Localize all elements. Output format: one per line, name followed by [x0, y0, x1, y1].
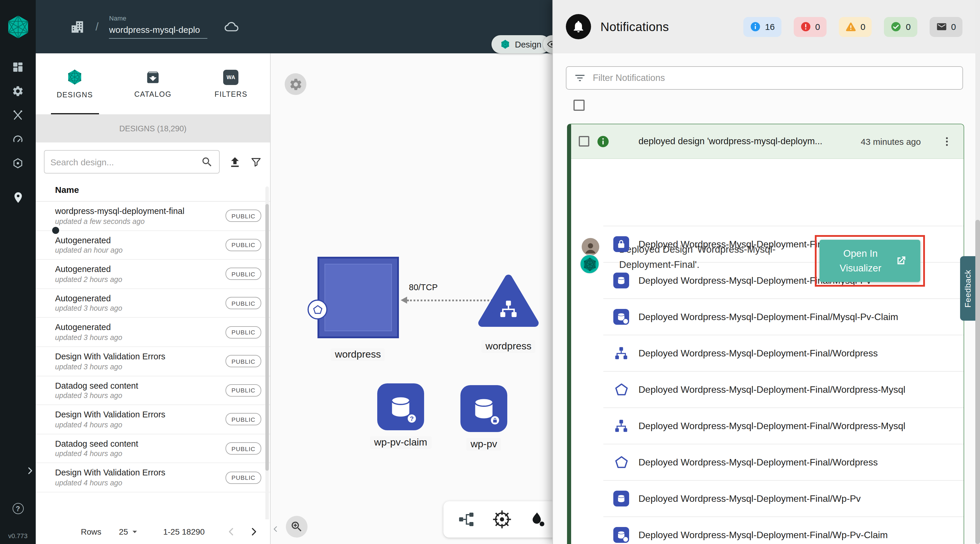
service-tree-icon — [614, 346, 628, 361]
catalog-archive-icon — [145, 69, 161, 85]
design-list-item[interactable]: Autogenerated updated 2 hours ago PUBLIC — [36, 260, 270, 289]
nav-dashboard[interactable] — [9, 60, 27, 74]
organization-icon[interactable] — [70, 19, 85, 34]
read-count-badge[interactable]: 0 — [929, 17, 963, 37]
error-count-badge[interactable]: 0 — [794, 17, 827, 37]
tab-filters[interactable]: FILTERS — [192, 53, 270, 114]
previous-page-button[interactable] — [226, 526, 237, 538]
canvas-settings-button[interactable] — [285, 73, 306, 95]
notification-card: deployed design 'wordpress-mysql-deploym… — [567, 124, 964, 544]
next-page-button[interactable] — [248, 526, 260, 538]
visibility-badge: PUBLIC — [226, 268, 261, 280]
node-wp-pv[interactable] — [460, 385, 507, 432]
visibility-badge: PUBLIC — [226, 239, 261, 251]
user-avatar — [582, 238, 599, 255]
notification-checkbox[interactable] — [579, 136, 589, 147]
info-count-badge[interactable]: 16 — [743, 17, 781, 37]
notifications-title: Notifications — [600, 20, 669, 34]
open-in-visualizer-label: Open In Visualizer — [833, 247, 888, 276]
kubernetes-wheel-icon[interactable] — [492, 509, 512, 530]
notification-detail-text: Deployed Wordpress-Mysql-Deployment-Fina… — [638, 493, 861, 504]
meshery-avatar — [580, 254, 599, 274]
database-icon — [616, 494, 626, 504]
dock-more-icon[interactable] — [529, 510, 547, 528]
open-in-visualizer-button[interactable]: Open In Visualizer — [819, 240, 920, 282]
kebab-menu-icon[interactable] — [941, 135, 953, 147]
design-list-item[interactable]: Datadog seed content updated 4 hours ago… — [36, 434, 270, 463]
design-list-item[interactable]: Autogenerated updated 3 hours ago PUBLIC — [36, 289, 270, 318]
select-all-checkbox[interactable] — [573, 100, 585, 111]
info-icon — [750, 21, 761, 32]
nav-lifecycle[interactable] — [9, 84, 27, 98]
feedback-tab[interactable]: Feedback — [960, 256, 975, 321]
pagination-range: 1-25 18290 — [163, 527, 205, 536]
flow-graph-icon[interactable] — [458, 510, 475, 528]
edge-arrowhead — [401, 297, 407, 304]
notification-detail-text: Deployed Wordpress-Mysql-Deployment-Fina… — [638, 311, 898, 322]
owner-avatar — [51, 226, 60, 234]
gear-icon — [12, 85, 24, 97]
persistent-volume-icon — [613, 273, 629, 289]
design-search-box — [44, 150, 220, 174]
nav-configuration[interactable] — [9, 108, 27, 122]
chevron-right-icon — [25, 466, 35, 476]
upload-design-icon[interactable] — [228, 155, 241, 169]
lock-icon — [492, 417, 498, 423]
meshery-logo[interactable] — [0, 0, 36, 53]
designs-toolbar — [44, 150, 262, 174]
filter-designs-icon[interactable] — [250, 156, 262, 168]
notification-card-header[interactable]: deployed design 'wordpress-mysql-deploym… — [571, 124, 964, 159]
design-list-item[interactable]: wordpress-mysql-deployment-final updated… — [36, 202, 270, 231]
design-list-item[interactable]: Design With Validation Errors updated 4 … — [36, 463, 270, 492]
success-count-badge[interactable]: 0 — [884, 17, 917, 37]
designs-pagination: Rows 25 1-25 18290 — [36, 519, 270, 544]
pentagon-icon — [613, 454, 629, 470]
deployment-pentagon-badge[interactable] — [307, 300, 328, 319]
designs-column-header: Name — [36, 185, 270, 202]
nav-performance[interactable] — [9, 132, 27, 146]
cloud-save-icon[interactable] — [224, 19, 239, 34]
help-button[interactable] — [12, 503, 24, 514]
node-label: wp-pv — [466, 438, 501, 451]
notification-detail-text: Deployed Wordpress-Mysql-Deployment-Fina… — [638, 457, 878, 467]
service-icon — [498, 299, 519, 319]
visibility-badge: PUBLIC — [226, 210, 261, 222]
visibility-badge: PUBLIC — [226, 326, 261, 338]
designs-scrollbar-thumb[interactable] — [266, 204, 269, 471]
notification-detail-text: Deployed Wordpress-Mysql-Deployment-Fina… — [638, 384, 905, 395]
annotation-highlight: Open In Visualizer — [815, 235, 925, 287]
expand-sidebar-button[interactable] — [25, 466, 35, 476]
zoom-in-button[interactable] — [286, 516, 307, 538]
node-label: wordpress — [331, 348, 385, 361]
external-link-icon — [895, 255, 907, 267]
node-wordpress-deployment[interactable] — [318, 257, 399, 338]
design-list-item[interactable]: Datadog seed content updated 3 hours ago… — [36, 376, 270, 405]
nav-extensions[interactable] — [9, 156, 27, 170]
wasm-filters-icon — [223, 69, 239, 85]
filter-list-icon — [573, 72, 586, 85]
design-name-input[interactable] — [109, 24, 208, 39]
warning-count-badge[interactable]: 0 — [839, 17, 872, 37]
design-mode-toggle[interactable]: Design — [492, 35, 550, 53]
collapse-panel-handle[interactable] — [270, 520, 281, 538]
notifications-scrollbar-thumb[interactable] — [975, 220, 980, 544]
tab-catalog[interactable]: CATALOG — [114, 53, 192, 114]
design-list-item[interactable]: Autogenerated updated an hour ago PUBLIC — [36, 231, 270, 260]
rows-per-page-select[interactable]: 25 — [119, 526, 140, 537]
notifications-panel: Notifications 16 0 0 0 — [552, 0, 980, 544]
persistent-volume-claim-icon — [613, 309, 629, 325]
notification-detail-row: Deployed Wordpress-Mysql-Deployment-Fina… — [603, 407, 964, 444]
node-wordpress-service[interactable] — [477, 271, 540, 330]
read-count: 0 — [951, 22, 956, 32]
design-list-item[interactable]: Autogenerated updated 3 hours ago PUBLIC — [36, 318, 270, 347]
design-search-input[interactable] — [50, 157, 196, 167]
design-list-item[interactable]: Design With Validation Errors updated 3 … — [36, 347, 270, 376]
node-wp-pv-claim[interactable] — [377, 383, 424, 430]
visibility-badge: PUBLIC — [226, 471, 261, 483]
search-icon[interactable] — [200, 156, 213, 168]
notifications-filter-input[interactable] — [593, 73, 955, 83]
design-list-item[interactable]: Design With Validation Errors updated 4 … — [36, 405, 270, 434]
notification-card-body: Deployed Design 'Wordpress-Mysql-Deploym… — [571, 226, 964, 544]
nav-meshmap[interactable] — [9, 190, 27, 204]
tab-designs[interactable]: DESIGNS — [36, 53, 114, 114]
